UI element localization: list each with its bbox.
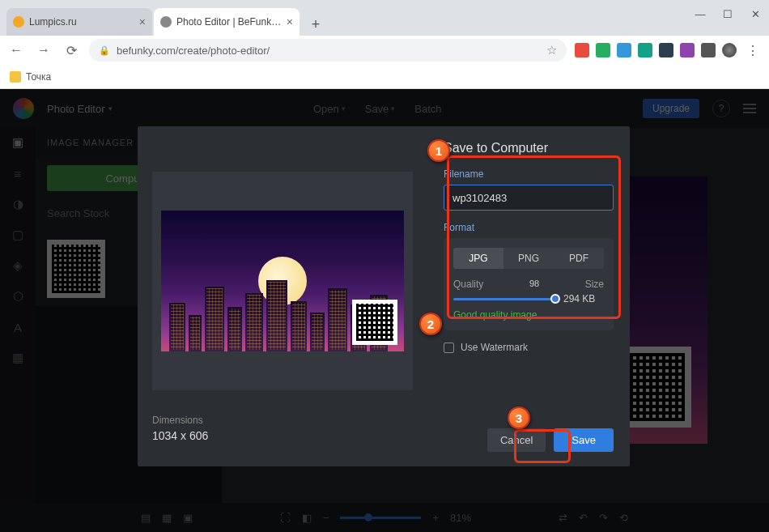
modal-title: Save to Computer [444,141,614,155]
browser-chrome: — ☐ ✕ Lumpics.ru × Photo Editor | BeFunk… [0,0,769,89]
dimensions-value: 1034 x 606 [152,429,413,442]
quality-value: 98 [529,279,539,290]
ext-icon[interactable] [701,43,716,57]
dimensions-label: Dimensions [152,415,413,426]
close-icon[interactable]: × [139,15,146,28]
format-jpg-tab[interactable]: JPG [453,248,503,269]
callout-3: 3 [508,406,530,429]
watermark-checkbox[interactable] [444,343,454,353]
preview-frame [152,172,413,390]
url-text: befunky.com/create/photo-editor/ [117,45,270,57]
ext-icon[interactable] [659,43,673,57]
browser-tab-befunky[interactable]: Photo Editor | BeFunky: Free Onl... × [154,8,300,36]
tab-label: Lumpics.ru [29,16,134,28]
save-to-computer-modal: Dimensions 1034 x 606 Save to Computer F… [138,126,630,466]
app-root: Photo Editor ▾ Open▾ Save▾ Batch Upgrade… [0,89,769,532]
format-pdf-tab[interactable]: PDF [554,248,604,269]
extension-icons: ⋮ [575,40,763,60]
format-png-tab[interactable]: PNG [503,248,554,269]
quality-note: Good quality image [453,309,604,321]
quality-label: Quality [453,279,483,290]
bookmark-folder-icon [10,71,21,83]
size-value: 294 KB [563,293,604,304]
callout-1: 1 [427,139,450,162]
browser-tab-lumpics[interactable]: Lumpics.ru × [6,8,152,36]
format-label: Format [444,222,614,233]
profile-avatar-icon[interactable] [722,43,737,57]
close-icon[interactable]: × [287,15,293,28]
ext-icon[interactable] [596,43,610,57]
new-tab-button[interactable]: + [304,13,327,36]
nav-reload-icon[interactable]: ⟳ [62,40,81,60]
bookmark-item[interactable]: Точка [26,71,51,83]
ext-icon[interactable] [680,43,695,57]
cancel-button[interactable]: Cancel [487,428,546,452]
nav-back-icon[interactable]: ← [6,40,26,60]
favicon-icon [160,16,172,28]
lock-icon: 🔒 [99,45,110,56]
nav-forward-icon[interactable]: → [34,40,53,60]
window-maximize-icon[interactable]: ☐ [722,8,733,19]
ext-icon[interactable] [617,43,631,57]
window-close-icon[interactable]: ✕ [750,8,761,19]
save-button[interactable]: Save [554,428,614,452]
preview-qr-icon [352,300,397,345]
bookmark-star-icon[interactable]: ☆ [546,43,557,57]
address-bar[interactable]: 🔒 befunky.com/create/photo-editor/ ☆ [89,39,567,62]
callout-2: 2 [419,313,442,335]
quality-slider[interactable] [453,298,555,300]
ext-icon[interactable] [638,43,652,57]
window-minimize-icon[interactable]: — [695,8,706,19]
watermark-label: Use Watermark [461,342,528,353]
slider-thumb-icon[interactable] [550,294,560,304]
filename-label: Filename [444,168,614,180]
filename-input[interactable] [444,185,614,211]
tab-label: Photo Editor | BeFunky: Free Onl... [176,16,282,28]
size-label: Size [585,279,604,290]
favicon-icon [13,16,24,28]
preview-image [161,211,404,351]
browser-menu-icon[interactable]: ⋮ [743,40,763,60]
ext-icon[interactable] [575,43,589,57]
